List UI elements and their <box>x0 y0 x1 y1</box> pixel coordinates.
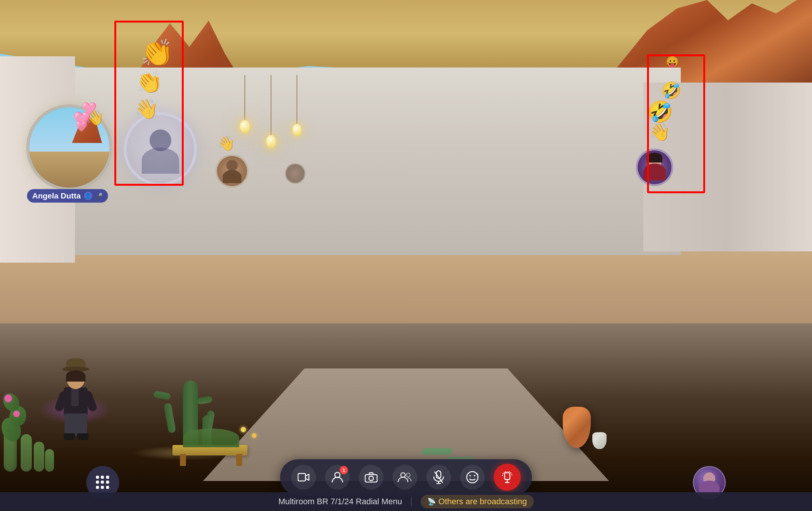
svg-point-3 <box>369 476 373 481</box>
separator <box>411 497 412 506</box>
mid-avatar <box>216 155 249 188</box>
angela-label: Angela Dutta 👤 🎤 <box>27 189 108 203</box>
grid-icon <box>96 476 109 489</box>
emoji-heart-2: 🩷 <box>82 101 97 116</box>
emoji-small-top: 😛 <box>666 56 679 68</box>
movie-icon <box>298 472 310 482</box>
emoji-clap-large: 👏 <box>141 38 173 68</box>
angela-character <box>59 367 97 442</box>
movie-button[interactable] <box>291 465 316 490</box>
scene-container: Angela Dutta 👤 🎤 <box>0 0 812 511</box>
people-button[interactable] <box>393 465 417 490</box>
far-avatar <box>285 163 306 184</box>
svg-rect-13 <box>505 473 510 479</box>
svg-point-5 <box>406 473 410 477</box>
emoji-wave-right: 👋 <box>649 122 670 142</box>
toolbar-pill: 1 <box>280 459 532 495</box>
svg-point-12 <box>474 475 475 476</box>
center-avatar-circle <box>124 113 197 186</box>
emoji-face-icon <box>466 471 479 484</box>
emoji-button[interactable] <box>460 465 485 490</box>
emoji-clap-medium: 👏 <box>136 69 163 95</box>
room-name-text: Multiroom BR 7/1/24 Radial Menu <box>278 497 402 506</box>
svg-point-10 <box>467 472 478 483</box>
emoji-wave-cactus: 👋 <box>217 135 235 152</box>
broadcast-icon <box>502 471 513 483</box>
svg-point-4 <box>401 473 405 477</box>
broadcast-button[interactable] <box>494 464 521 491</box>
hanging-light-3 <box>292 75 301 136</box>
status-bar: Multiroom BR 7/1/24 Radial Menu 📡 Others… <box>0 492 812 511</box>
left-foliage <box>0 374 60 472</box>
ground-tile-1 <box>421 448 453 455</box>
angela-mic-icon: 🎤 <box>95 192 103 200</box>
broadcast-icon: 📡 <box>427 497 436 506</box>
bench-leg-2 <box>236 454 242 466</box>
broadcast-status: 📡 Others are broadcasting <box>421 495 534 508</box>
emoji-laugh-2: 🤣 <box>661 81 682 100</box>
mic-muted-icon <box>433 470 444 484</box>
profile-badge: 1 <box>340 466 348 474</box>
mic-button[interactable] <box>426 465 451 490</box>
camera-button[interactable] <box>359 465 384 490</box>
right-avatar <box>636 149 673 186</box>
camera-icon <box>365 472 378 482</box>
profile-button[interactable]: 1 <box>325 465 350 490</box>
light-dot-1 <box>241 427 246 432</box>
broadcast-text: Others are broadcasting <box>439 497 527 506</box>
light-dot-2 <box>252 433 256 438</box>
bench-leg-1 <box>180 454 186 466</box>
hanging-light-1 <box>240 75 250 133</box>
small-cup <box>592 432 607 449</box>
svg-rect-0 <box>298 473 306 481</box>
emoji-laugh-1: 🤣 <box>647 99 673 124</box>
svg-point-11 <box>469 475 471 476</box>
angela-badge: 👤 <box>84 192 92 200</box>
emoji-wave-bottom: 👋 <box>134 98 159 120</box>
people-icon <box>398 472 412 483</box>
hanging-light-2 <box>266 75 276 148</box>
emoji-heart-3: 🩷 <box>75 120 88 132</box>
planter-plant <box>183 428 239 447</box>
angela-name-text: Angela Dutta <box>32 191 81 200</box>
